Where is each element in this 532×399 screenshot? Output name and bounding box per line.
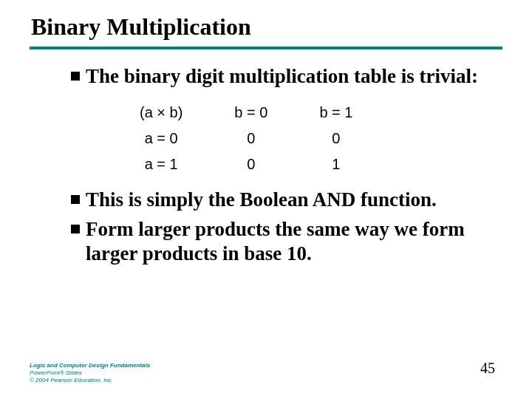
multiplication-table: (a × b) b = 0 b = 1 a = 0 0 0 a = 1 0 1: [114, 100, 502, 177]
table-cell: b = 1: [293, 100, 378, 126]
slide-body: The binary digit multiplication table is…: [30, 64, 502, 267]
bullet-text: Form larger products the same way we for…: [86, 217, 502, 267]
square-bullet-icon: [71, 225, 80, 233]
page-number: 45: [480, 360, 495, 377]
table-cell: 0: [293, 126, 378, 151]
table-row: a = 0 0 0: [114, 126, 378, 151]
slide-title: Binary Multiplication: [31, 13, 502, 41]
table-cell: 1: [293, 151, 378, 177]
table-cell: (a × b): [114, 100, 208, 126]
footer-credits: Logic and Computer Design Fundamentals P…: [30, 362, 150, 384]
bullet-item: Form larger products the same way we for…: [71, 217, 502, 267]
table-row: (a × b) b = 0 b = 1: [114, 100, 378, 126]
footer-line: © 2004 Pearson Education, Inc.: [30, 377, 150, 384]
table-row: a = 1 0 1: [114, 151, 378, 177]
table-cell: a = 1: [114, 151, 208, 177]
square-bullet-icon: [71, 72, 80, 81]
footer-line: Logic and Computer Design Fundamentals: [30, 362, 150, 369]
footer-line: PowerPoint® Slides: [30, 369, 150, 377]
table-cell: 0: [208, 126, 293, 151]
table-cell: 0: [208, 151, 293, 177]
bullet-item: The binary digit multiplication table is…: [71, 64, 502, 89]
table-cell: a = 0: [114, 126, 208, 151]
bullet-text: The binary digit multiplication table is…: [86, 64, 478, 89]
table-cell: b = 0: [208, 100, 293, 126]
slide: Binary Multiplication The binary digit m…: [0, 0, 532, 399]
bullet-text: This is simply the Boolean AND function.: [86, 188, 437, 213]
bullet-item: This is simply the Boolean AND function.: [71, 188, 502, 213]
square-bullet-icon: [71, 195, 80, 204]
horizontal-rule: [30, 47, 502, 50]
